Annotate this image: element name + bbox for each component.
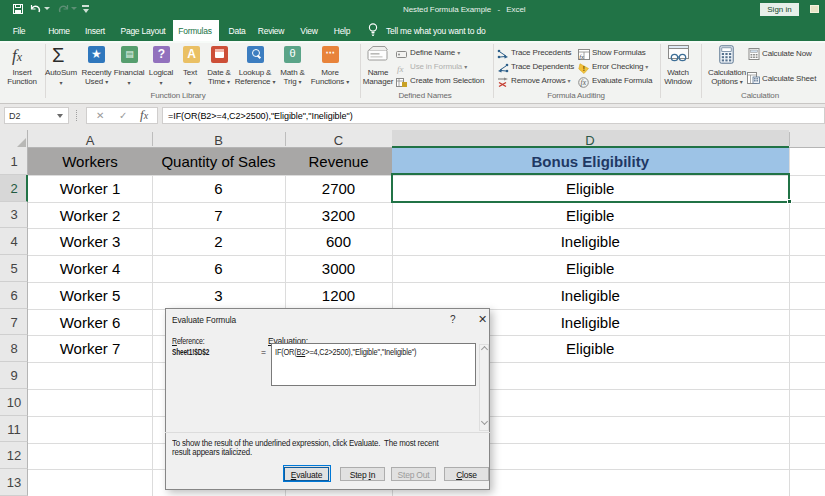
svg-text:fx: fx xyxy=(581,78,587,87)
svg-text:fx: fx xyxy=(397,64,404,74)
svg-text:!: ! xyxy=(583,64,586,73)
svg-text:fx: fx xyxy=(579,53,584,60)
